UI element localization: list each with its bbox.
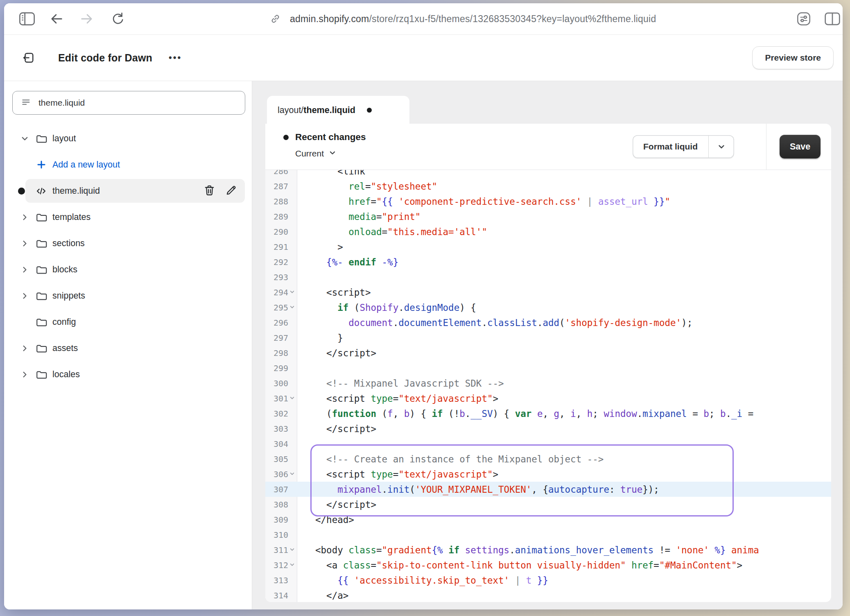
chevron-right-icon[interactable]: [20, 239, 29, 248]
chevron-right-icon[interactable]: [20, 344, 29, 353]
line-number: 291: [265, 242, 288, 252]
exit-icon: [22, 51, 35, 64]
plus-icon: [36, 159, 47, 170]
code-text: {%- endif -%}: [315, 257, 398, 267]
code-line-287[interactable]: 287 rel="stylesheet": [265, 179, 831, 194]
code-line-293[interactable]: 293: [265, 270, 831, 285]
code-line-299[interactable]: 299: [265, 360, 831, 376]
code-line-289[interactable]: 289 media="print": [265, 209, 831, 224]
item-label: blocks: [52, 265, 77, 275]
forward-icon[interactable]: [79, 11, 95, 27]
code-line-314[interactable]: 314 </a>: [265, 588, 831, 602]
code-line-310[interactable]: 310: [265, 527, 831, 542]
unsaved-changes-dot: [367, 108, 372, 113]
preview-store-button[interactable]: Preview store: [752, 46, 834, 69]
reload-icon[interactable]: [110, 11, 125, 27]
code-text: <!-- Mixpanel Javascript SDK -->: [315, 378, 504, 389]
code-line-302[interactable]: 302 (function (f, b) { if (!b.__SV) { va…: [265, 406, 831, 421]
code-text: <link: [315, 170, 365, 177]
code-line-301[interactable]: 301 <script type="text/javascript">: [265, 391, 831, 406]
browser-toolbar: admin.shopify.com/store/rzq1xu-f5/themes…: [4, 3, 843, 35]
url-bar[interactable]: admin.shopify.com/store/rzq1xu-f5/themes…: [290, 14, 656, 25]
chevron-right-icon[interactable]: [20, 370, 29, 379]
code-line-313[interactable]: 313 {{ 'accessibility.skip_to_text' | t …: [265, 573, 831, 588]
code-text: document.documentElement.classList.add('…: [315, 317, 692, 328]
rename-file-icon[interactable]: [225, 184, 237, 198]
fold-chevron-icon[interactable]: [289, 289, 295, 297]
code-line-298[interactable]: 298 </script>: [265, 345, 831, 360]
code-line-300[interactable]: 300 <!-- Mixpanel Javascript SDK -->: [265, 376, 831, 391]
sidebar-toggle-icon[interactable]: [19, 11, 35, 26]
line-number: 296: [265, 318, 288, 328]
code-line-288[interactable]: 288 href="{{ 'component-predictive-searc…: [265, 194, 831, 209]
line-number: 302: [265, 409, 288, 419]
fold-chevron-icon[interactable]: [289, 562, 295, 569]
delete-file-icon[interactable]: [203, 184, 216, 198]
code-text: >: [315, 242, 343, 252]
url-path: /store/rzq1xu-f5/themes/132683530345?key…: [369, 14, 656, 24]
link-icon: [269, 13, 281, 25]
sidebar-item-sections[interactable]: sections: [4, 230, 252, 256]
code-line-292[interactable]: 292 {%- endif -%}: [265, 254, 831, 270]
sidebar-action-add-a-new-layout[interactable]: Add a new layout: [4, 152, 252, 178]
item-label: sections: [52, 238, 85, 249]
line-number: 308: [265, 500, 288, 510]
code-text: <a class="skip-to-content-link button vi…: [315, 560, 742, 571]
code-file-icon: [35, 185, 47, 197]
back-icon[interactable]: [48, 11, 65, 27]
sidebar-item-templates[interactable]: templates: [4, 204, 252, 230]
version-dropdown[interactable]: Current: [295, 148, 633, 159]
annotation-box: [310, 444, 734, 516]
line-number: 295: [265, 303, 288, 313]
tab-theme-liquid[interactable]: layout/theme.liquid: [267, 96, 409, 125]
sidebar-item-config[interactable]: config: [4, 309, 252, 335]
code-viewport[interactable]: 286 <link287 rel="stylesheet"288 href="{…: [265, 170, 831, 602]
code-line-295[interactable]: 295 if (Shopify.designMode) {: [265, 300, 831, 315]
line-number: 289: [265, 212, 288, 222]
sidebar-item-assets[interactable]: assets: [4, 335, 252, 361]
chevron-right-icon[interactable]: [20, 213, 29, 222]
chevron-down-icon[interactable]: [20, 134, 29, 143]
code-line-286[interactable]: 286 <link: [265, 170, 831, 179]
url-domain: admin.shopify.com: [290, 14, 369, 24]
app-header: Edit code for Dawn ••• Preview store: [4, 35, 843, 81]
save-button[interactable]: Save: [780, 135, 821, 159]
desktop: { "browser": { "url_domain": "admin.shop…: [0, 0, 850, 616]
item-label: layout: [52, 134, 76, 144]
page-settings-icon[interactable]: [795, 10, 812, 27]
format-liquid-dropdown[interactable]: [708, 135, 734, 158]
sidebar-item-blocks[interactable]: blocks: [4, 256, 252, 283]
fold-chevron-icon[interactable]: [289, 395, 295, 403]
split-view-icon[interactable]: [824, 11, 841, 26]
line-number: 298: [265, 348, 288, 358]
chevron-right-icon[interactable]: [20, 265, 29, 274]
more-actions-menu[interactable]: •••: [169, 52, 182, 63]
line-number: 287: [265, 181, 288, 191]
code-line-297[interactable]: 297 }: [265, 330, 831, 345]
line-number: 286: [265, 170, 288, 176]
chevron-right-icon[interactable]: [20, 291, 29, 301]
format-liquid-button[interactable]: Format liquid: [633, 135, 734, 158]
code-line-303[interactable]: 303 </script>: [265, 421, 831, 436]
line-number: 300: [265, 378, 288, 388]
code-text: onload="this.media='all'": [315, 226, 487, 237]
exit-editor-button[interactable]: [22, 51, 35, 64]
code-line-296[interactable]: 296 document.documentElement.classList.a…: [265, 315, 831, 330]
file-search-value: theme.liquid: [38, 98, 85, 108]
sidebar-item-snippets[interactable]: snippets: [4, 283, 252, 309]
sidebar-item-layout[interactable]: layout: [4, 125, 252, 152]
code-line-312[interactable]: 312 <a class="skip-to-content-link butto…: [265, 557, 831, 573]
file-search-input[interactable]: theme.liquid: [12, 91, 245, 115]
fold-chevron-icon[interactable]: [289, 304, 295, 312]
code-line-290[interactable]: 290 onload="this.media='all'": [265, 224, 831, 239]
fold-chevron-icon[interactable]: [289, 546, 295, 554]
sidebar-item-locales[interactable]: locales: [4, 361, 252, 387]
code-line-294[interactable]: 294 <script>: [265, 285, 831, 300]
code-text: if (Shopify.designMode) {: [315, 302, 476, 313]
code-line-291[interactable]: 291 >: [265, 239, 831, 254]
fold-chevron-icon[interactable]: [289, 471, 295, 478]
line-number: 312: [265, 560, 288, 570]
code-text: media="print": [315, 211, 420, 222]
sidebar-item-theme-liquid[interactable]: theme.liquid: [4, 178, 252, 204]
code-line-311[interactable]: 311<body class="gradient{% if settings.a…: [265, 542, 831, 557]
